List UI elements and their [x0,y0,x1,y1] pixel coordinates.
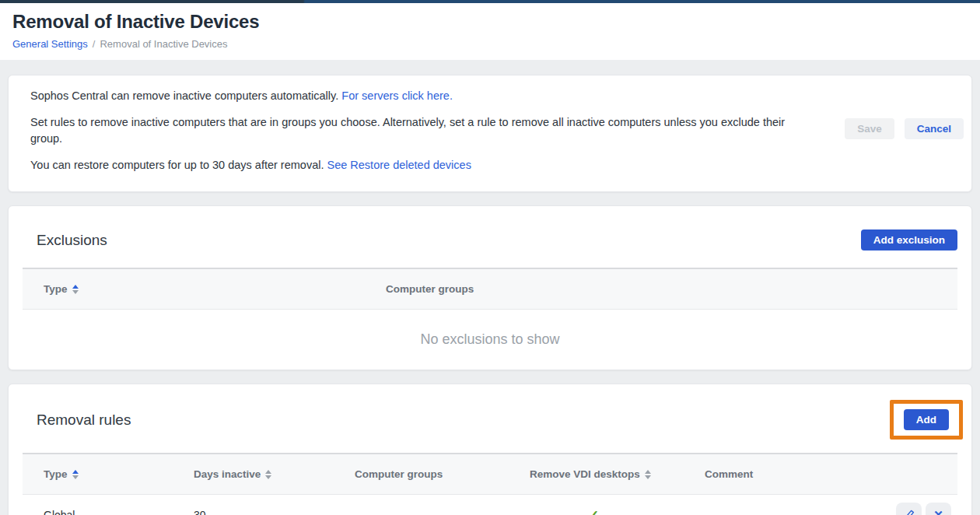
removal-rules-section: Removal rules Add Type Days inactive Com… [8,384,972,515]
exclusions-empty-state: No exclusions to show [23,310,957,370]
column-header-remove-vdi[interactable]: Remove VDI desktops [509,468,684,480]
info-panel: Sophos Central can remove inactive compu… [8,75,972,192]
form-actions: Save Cancel [845,118,964,139]
check-icon: ✓ [588,507,599,515]
breadcrumb-current: Removal of Inactive Devices [100,38,227,50]
exclusions-header: Exclusions Add exclusion [9,206,971,268]
sort-icon [72,470,79,479]
column-header-type[interactable]: Type [23,468,173,480]
main-content: Sophos Central can remove inactive compu… [0,60,980,515]
pencil-icon [903,509,915,515]
info-line-3: You can restore computers for up to 30 d… [30,157,817,173]
servers-link[interactable]: For servers click here. [341,89,453,102]
exclusions-section: Exclusions Add exclusion Type Computer g… [8,205,972,370]
info-line-1: Sophos Central can remove inactive compu… [30,88,817,104]
breadcrumb-link-general-settings[interactable]: General Settings [12,38,88,50]
cell-actions: ✕ [880,503,957,515]
add-rule-button[interactable]: Add [904,409,949,430]
add-exclusion-button[interactable]: Add exclusion [861,229,957,250]
page-header: Removal of Inactive Devices General Sett… [0,3,980,60]
cell-type: Global [23,509,173,515]
restore-deleted-devices-link[interactable]: See Restore deleted devices [327,159,471,171]
sort-icon [265,470,271,479]
column-header-days-inactive[interactable]: Days inactive [173,468,334,480]
info-line-2: Set rules to remove inactive computers t… [30,114,817,147]
exclusions-table: Type Computer groups No exclusions to sh… [23,268,957,370]
close-icon: ✕ [933,508,943,515]
breadcrumb: General Settings/Removal of Inactive Dev… [12,38,968,50]
removal-rules-table: Type Days inactive Computer groups Remov… [23,453,957,515]
exclusions-title: Exclusions [37,232,107,249]
delete-rule-button[interactable]: ✕ [926,503,951,515]
removal-rules-table-header: Type Days inactive Computer groups Remov… [23,454,957,495]
column-header-computer-groups: Computer groups [334,468,509,480]
exclusions-table-header: Type Computer groups [23,269,957,310]
cancel-button[interactable]: Cancel [905,118,964,139]
cell-remove-vdi: ✓ [509,507,684,515]
sort-icon [72,285,79,294]
breadcrumb-separator: / [93,38,96,50]
table-row: Global 30 — ✓ ✕ [23,495,957,515]
cell-days-inactive: 30 [173,509,334,515]
page-title: Removal of Inactive Devices [12,11,968,33]
column-header-computer-groups: Computer groups [365,283,957,295]
column-header-comment: Comment [684,468,880,480]
cell-computer-groups: — [334,509,509,515]
column-header-type[interactable]: Type [23,283,365,295]
save-button[interactable]: Save [845,118,894,139]
highlight-annotation-box: Add [890,400,963,440]
edit-rule-button[interactable] [896,503,922,515]
sort-icon [645,470,651,479]
removal-rules-header: Removal rules Add [9,384,971,453]
removal-rules-title: Removal rules [37,412,131,429]
